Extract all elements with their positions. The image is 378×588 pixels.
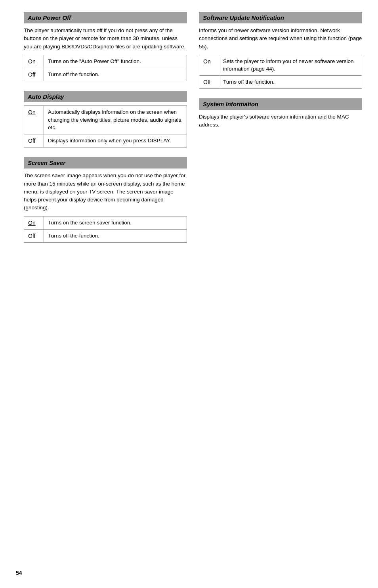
option-off: Off: [24, 229, 44, 242]
option-off: Off: [24, 134, 44, 147]
screen-saver-body: The screen saver image appears when you …: [24, 172, 187, 212]
auto-power-off-table: On Turns on the "Auto Power Off" functio…: [24, 55, 187, 82]
option-on: On: [24, 55, 44, 68]
system-information-title: System Information: [199, 98, 362, 110]
description-on: Sets the player to inform you of newer s…: [219, 55, 362, 75]
screen-saver-title: Screen Saver: [24, 157, 187, 169]
description-off: Turns off the function.: [219, 75, 362, 88]
description-on: Turns on the screen saver function.: [44, 216, 187, 229]
system-information-section: System Information Displays the player's…: [199, 98, 362, 129]
page-number: 54: [16, 570, 22, 576]
option-on: On: [24, 216, 44, 229]
description-off: Turns off the function.: [44, 229, 187, 242]
screen-saver-table: On Turns on the screen saver function. O…: [24, 216, 187, 243]
description-off: Turns off the function.: [44, 68, 187, 81]
software-update-table: On Sets the player to inform you of newe…: [199, 55, 362, 89]
software-update-body: Informs you of newer software version in…: [199, 27, 362, 51]
description-on: Turns on the "Auto Power Off" function.: [44, 55, 187, 68]
auto-display-table: On Automatically displays information on…: [24, 105, 187, 147]
description-off: Displays information only when you press…: [44, 134, 187, 147]
table-row: Off Turns off the function.: [199, 75, 362, 88]
auto-power-off-body: The player automatically turns off if yo…: [24, 27, 187, 51]
option-on: On: [24, 106, 44, 134]
table-row: Off Turns off the function.: [24, 229, 187, 242]
option-off: Off: [199, 75, 219, 88]
table-row: Off Turns off the function.: [24, 68, 187, 81]
auto-power-off-title: Auto Power Off: [24, 12, 187, 23]
option-on: On: [199, 55, 219, 75]
auto-display-section: Auto Display On Automatically displays i…: [24, 91, 187, 147]
screen-saver-section: Screen Saver The screen saver image appe…: [24, 157, 187, 243]
table-row: Off Displays information only when you p…: [24, 134, 187, 147]
software-update-title: Software Update Notification: [199, 12, 362, 23]
option-off: Off: [24, 68, 44, 81]
auto-power-off-section: Auto Power Off The player automatically …: [24, 12, 187, 81]
software-update-section: Software Update Notification Informs you…: [199, 12, 362, 89]
table-row: On Turns on the screen saver function.: [24, 216, 187, 229]
table-row: On Sets the player to inform you of newe…: [199, 55, 362, 75]
system-information-body: Displays the player's software version i…: [199, 113, 362, 129]
description-on: Automatically displays information on th…: [44, 106, 187, 134]
table-row: On Automatically displays information on…: [24, 106, 187, 134]
table-row: On Turns on the "Auto Power Off" functio…: [24, 55, 187, 68]
auto-display-title: Auto Display: [24, 91, 187, 102]
